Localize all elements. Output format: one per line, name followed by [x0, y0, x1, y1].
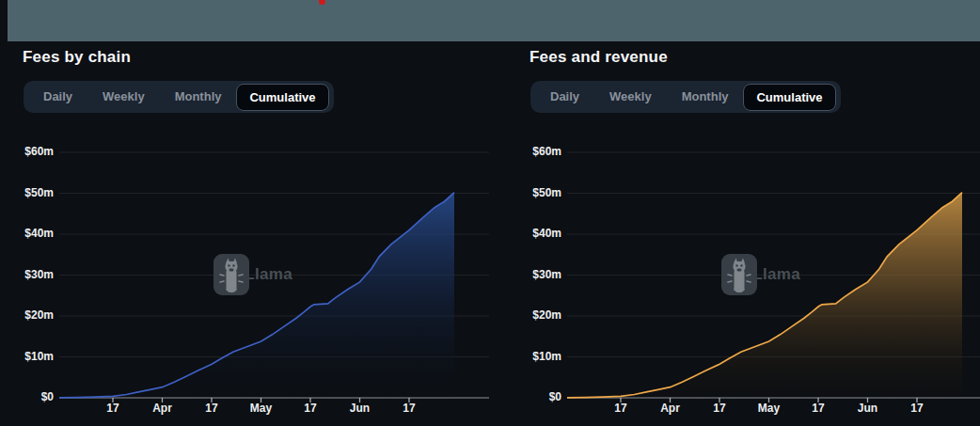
x-axis-label: Apr — [141, 402, 182, 415]
y-axis-label: $60m — [0, 145, 54, 158]
tab-daily[interactable]: Daily — [28, 84, 87, 110]
top-header-bar — [8, 0, 980, 41]
y-axis-label: $50m — [0, 186, 54, 199]
fees-by-chain-panel: Fees by chain Daily Weekly Monthly Cumul… — [0, 41, 489, 426]
tab-monthly[interactable]: Monthly — [667, 84, 744, 110]
tab-cumulative[interactable]: Cumulative — [743, 84, 835, 111]
x-axis-label: 17 — [896, 402, 938, 415]
chart-plot-area[interactable]: DefiLlama $0$10m$20m$30m$40m$50m$60m17Ap… — [508, 132, 980, 426]
interval-tab-group: Daily Weekly Monthly Cumulative — [530, 81, 841, 113]
fees-and-revenue-panel: Fees and revenue Daily Weekly Monthly Cu… — [508, 41, 980, 426]
y-axis-label: $40m — [508, 227, 561, 240]
chart-svg — [0, 132, 489, 426]
x-axis-label: 17 — [290, 402, 331, 415]
y-axis-label: $30m — [508, 268, 561, 281]
chart-title: Fees and revenue — [530, 48, 668, 67]
interval-tab-group: Daily Weekly Monthly Cumulative — [24, 81, 334, 113]
chart-title: Fees by chain — [23, 48, 131, 67]
x-axis-label: 17 — [798, 402, 839, 415]
x-axis-label: Apr — [649, 402, 690, 415]
x-axis-label: Jun — [339, 402, 380, 415]
y-axis-label: $50m — [508, 186, 561, 199]
area-fill — [567, 193, 962, 398]
x-axis-label: 17 — [92, 402, 134, 415]
x-axis-label: May — [748, 402, 789, 415]
y-axis-label: $10m — [0, 350, 54, 363]
y-axis-label: $0 — [508, 390, 561, 403]
x-axis-label: 17 — [600, 402, 641, 415]
x-axis-label: Jun — [846, 402, 888, 415]
y-axis-label: $40m — [0, 227, 54, 240]
y-axis-label: $60m — [508, 145, 561, 158]
tab-monthly[interactable]: Monthly — [160, 84, 237, 110]
tab-weekly[interactable]: Weekly — [87, 84, 160, 110]
x-axis-label: 17 — [191, 402, 232, 415]
chart-plot-area[interactable]: DefiLlama $0$10m$20m$30m$40m$50m$60m17Ap… — [0, 132, 489, 426]
chart-svg — [508, 132, 980, 426]
tab-weekly[interactable]: Weekly — [594, 84, 667, 110]
y-axis-label: $0 — [0, 390, 54, 403]
y-axis-label: $30m — [0, 268, 54, 281]
x-axis-label: May — [240, 402, 281, 415]
y-axis-label: $20m — [0, 308, 54, 322]
x-axis-label: 17 — [388, 402, 430, 415]
y-axis-label: $20m — [508, 308, 561, 322]
y-axis-label: $10m — [508, 350, 561, 363]
red-indicator-dot — [319, 0, 325, 5]
area-fill — [59, 193, 454, 398]
tab-cumulative[interactable]: Cumulative — [236, 84, 328, 111]
x-axis-label: 17 — [699, 402, 740, 415]
tab-daily[interactable]: Daily — [535, 84, 594, 110]
